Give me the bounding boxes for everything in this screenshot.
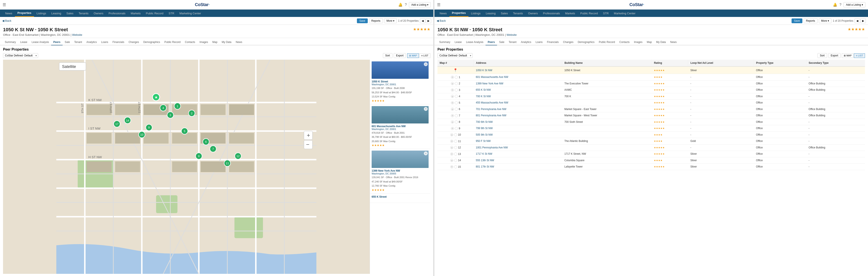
list-view-button-left[interactable]: ≡ LIST <box>419 53 430 58</box>
tab-contacts-left[interactable]: Contacts <box>183 40 197 45</box>
card-close-1[interactable]: ✕ <box>424 107 428 111</box>
card-close-0[interactable]: ✕ <box>424 62 428 66</box>
nav-news[interactable]: News <box>3 9 15 17</box>
hamburger-icon[interactable]: ☰ <box>3 2 6 7</box>
tab-changes-right[interactable]: Changes <box>561 40 576 45</box>
list-view-button-right[interactable]: ≡ LIST <box>854 53 865 58</box>
tab-analytics-right[interactable]: Analytics <box>519 40 533 45</box>
row-circle-icon[interactable] <box>455 76 458 79</box>
tab-demographics-right[interactable]: Demographics <box>576 40 597 45</box>
nav-leasing[interactable]: Leasing <box>49 9 64 17</box>
nav-properties[interactable]: Properties <box>15 9 34 17</box>
card-address-3[interactable]: 655 K Street <box>372 195 429 198</box>
tab-mydata-left[interactable]: My Data <box>220 40 234 45</box>
table-row-4[interactable]: ⊖ 4 700 K St NW700 K★★★★★-Office- <box>437 93 865 100</box>
table-row-12[interactable]: ⊖ 12 1001 Pennsylvania Ave NW★★★★★-Offic… <box>437 144 865 151</box>
nav-sales-right[interactable]: Sales <box>498 9 510 17</box>
website-link-left[interactable]: Website <box>72 33 82 36</box>
col-header-address[interactable]: Address <box>474 60 562 66</box>
row-circle-icon[interactable] <box>454 153 457 156</box>
cell-address-2[interactable]: 1399 New York Ave NW <box>474 80 562 87</box>
cell-address-5[interactable]: 455 Massachusetts Ave NW <box>474 100 562 106</box>
cell-address-13[interactable]: 1717 K St NW <box>474 151 562 157</box>
tab-analytics-left[interactable]: Analytics <box>84 40 99 45</box>
row-circle-icon[interactable] <box>455 114 458 117</box>
tab-tenant-right[interactable]: Tenant <box>506 40 519 45</box>
row-minus-icon[interactable]: ⊖ <box>451 88 454 91</box>
nav-listings-right[interactable]: Listings <box>468 9 483 17</box>
map-view-button-right[interactable]: ⊞ MAP <box>842 53 854 58</box>
card-address-2[interactable]: 1399 New York Ave NW <box>372 169 429 172</box>
prev-property-button-right[interactable]: ◀ <box>855 19 860 23</box>
save-button[interactable]: Save <box>357 19 368 23</box>
card-close-2[interactable]: ✕ <box>424 151 428 155</box>
nav-owners[interactable]: Owners <box>91 9 106 17</box>
map-view-button-left[interactable]: ⊞ MAP <box>407 53 419 58</box>
tab-news-right[interactable]: News <box>668 40 679 45</box>
property-card-1[interactable]: ✕ 601 Massachusetts Ave NW Washington, D… <box>370 104 430 149</box>
table-row-11[interactable]: ⊖ 11 950 F St NWThe Atlantic Building★★★… <box>437 138 865 144</box>
col-header-sectype[interactable]: Secondary Type <box>806 60 865 66</box>
row-circle-icon[interactable] <box>454 165 457 168</box>
row-circle-icon[interactable] <box>454 146 457 149</box>
tab-loans-right[interactable]: Loans <box>533 40 545 45</box>
row-minus-icon[interactable]: ⊖ <box>451 114 454 117</box>
row-minus-icon[interactable]: ⊖ <box>451 95 454 98</box>
peers-dropdown-wrapper-left[interactable]: CoStar Defined- Default <box>3 53 38 58</box>
row-minus-icon[interactable]: ⊖ <box>451 120 454 123</box>
nav-public-record-right[interactable]: Public Record <box>578 9 600 17</box>
website-link-right[interactable]: Website <box>506 33 517 36</box>
nav-tenants-right[interactable]: Tenants <box>510 9 526 17</box>
next-property-button-right[interactable]: ▶ <box>861 19 866 23</box>
tab-images-left[interactable]: Images <box>197 40 210 45</box>
more-button[interactable]: More ▾ <box>384 19 397 23</box>
tab-financials-left[interactable]: Financials <box>111 40 126 45</box>
col-header-mapnum[interactable]: Map # <box>437 60 474 66</box>
table-row-0[interactable]: 📍1050 K St NW1050 K Street★★★★★SilverOff… <box>437 66 865 74</box>
table-row-1[interactable]: ⊖ 1 601 Massachusetts Ave NW★★★★-Office- <box>437 74 865 81</box>
row-circle-icon[interactable] <box>454 133 457 136</box>
reports-button[interactable]: Reports <box>369 19 383 23</box>
row-minus-icon[interactable]: ⊖ <box>450 133 453 136</box>
property-card-0[interactable]: ✕ 1050 K Street Washington, DC 20001 155… <box>370 60 430 104</box>
row-minus-icon[interactable]: ⊖ <box>450 153 453 156</box>
tab-mydata-right[interactable]: My Data <box>654 40 668 45</box>
row-minus-icon[interactable]: ⊖ <box>451 76 454 79</box>
table-row-5[interactable]: ⊖ 5 455 Massachusetts Ave NW★★★★★-Office… <box>437 100 865 106</box>
table-row-9[interactable]: ⊖ 9 799 9th St NW★★★★★-Office- <box>437 125 865 132</box>
cell-address-3[interactable]: 655 K St NW <box>474 87 562 93</box>
nav-markets[interactable]: Markets <box>128 9 143 17</box>
table-row-7[interactable]: ⊖ 7 801 Pennsylvania Ave NWMarket Square… <box>437 112 865 119</box>
nav-str-right[interactable]: STR <box>600 9 611 17</box>
row-circle-icon[interactable] <box>455 127 458 130</box>
nav-marketing-center-right[interactable]: Marketing Center <box>611 9 638 17</box>
nav-markets-right[interactable]: Markets <box>562 9 578 17</box>
tab-lease-analysis-right[interactable]: Lease Analysis <box>464 40 486 45</box>
cell-address-8[interactable]: 700 6th St NW <box>474 119 562 125</box>
col-header-proptype[interactable]: Property Type <box>754 60 806 66</box>
save-button-right[interactable]: Save <box>792 19 802 23</box>
back-button-right[interactable]: ◀ Back <box>437 19 446 22</box>
row-circle-icon[interactable] <box>455 120 458 123</box>
sort-button-right[interactable]: Sort <box>817 53 827 58</box>
tab-peers-right[interactable]: Peers <box>486 40 497 45</box>
row-minus-icon[interactable]: ⊖ <box>451 101 454 104</box>
row-circle-icon[interactable] <box>455 95 458 98</box>
cell-address-7[interactable]: 801 Pennsylvania Ave NW <box>474 112 562 119</box>
cell-address-12[interactable]: 1001 Pennsylvania Ave NW <box>474 144 562 151</box>
row-minus-icon[interactable]: ⊖ <box>450 165 453 168</box>
next-property-button[interactable]: ▶ <box>426 19 431 23</box>
row-minus-icon[interactable]: ⊖ <box>451 82 454 85</box>
row-minus-icon[interactable]: ⊖ <box>450 159 453 162</box>
nav-professionals[interactable]: Professionals <box>106 9 128 17</box>
tab-changes-left[interactable]: Changes <box>126 40 141 45</box>
peers-dropdown-wrapper-right[interactable]: CoStar Defined- Default <box>437 53 472 58</box>
tab-map-left[interactable]: Map <box>210 40 219 45</box>
nav-str[interactable]: STR <box>166 9 177 17</box>
cell-address-9[interactable]: 799 9th St NW <box>474 125 562 132</box>
table-row-3[interactable]: ⊖ 3 655 K St NWAAMC★★★★★-OfficeOffice Bu… <box>437 87 865 93</box>
nav-sales[interactable]: Sales <box>64 9 76 17</box>
cell-address-15[interactable]: 801 17th St NW <box>474 164 562 170</box>
col-header-rating[interactable]: Rating <box>652 60 688 66</box>
row-circle-icon[interactable] <box>454 159 457 162</box>
